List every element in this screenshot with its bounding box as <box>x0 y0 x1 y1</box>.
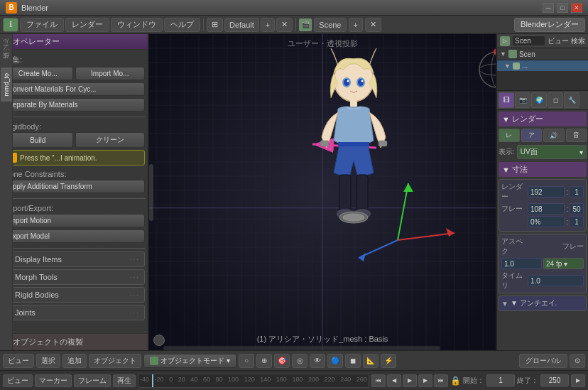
bottom-icon-5[interactable]: 👁 <box>310 354 325 368</box>
window-menu[interactable]: ウィンドウ <box>111 18 163 32</box>
minimize-button[interactable]: ─ <box>543 3 554 13</box>
playhead[interactable] <box>152 374 153 387</box>
build-button[interactable]: Build <box>3 132 73 148</box>
import-mo-button[interactable]: Import Mo... <box>75 67 146 80</box>
anti-label: ▼ アンチエイ. <box>511 298 557 308</box>
info-menu[interactable]: ℹ <box>3 18 18 32</box>
timeline-marker-btn[interactable]: マーカー <box>35 374 72 387</box>
search-tab[interactable]: 検索 <box>571 36 585 46</box>
bottom-icon-9[interactable]: ⚡ <box>381 354 396 368</box>
workspace-add[interactable]: + <box>261 18 275 32</box>
workspace-close[interactable]: ✕ <box>276 18 293 32</box>
jump-end-btn[interactable]: ⏭ <box>434 374 448 387</box>
render-icon-3[interactable]: 🔊 <box>543 129 565 142</box>
morph-tools-section[interactable]: ▶ Morph Tools ··· <box>3 269 145 285</box>
timeline-frame-btn[interactable]: フレーム <box>74 374 111 387</box>
maximize-button[interactable]: □ <box>557 3 568 13</box>
render-icon-1[interactable]: レ <box>499 129 520 142</box>
menu-separator-2 <box>295 18 296 31</box>
next-frame-btn[interactable]: ▶ <box>418 374 432 387</box>
clean-button[interactable]: クリーン <box>75 132 146 148</box>
workspace-name[interactable]: Default <box>224 18 259 32</box>
fps-field-1[interactable]: 1 <box>570 186 584 197</box>
start-frame-field[interactable]: 1 <box>486 374 515 386</box>
bottom-add-btn[interactable]: 追加 <box>62 354 87 368</box>
render-menu[interactable]: レンダー <box>65 18 109 32</box>
world-prop-icon[interactable]: 🌍 <box>531 92 547 108</box>
timeline-play-btn[interactable]: 再生 <box>113 374 136 387</box>
workspace-grid-icon[interactable]: ⊞ <box>207 18 223 32</box>
rigid-bodies-section[interactable]: ▶ Rigid Bodies ··· <box>3 287 145 303</box>
ruler-num-1: -40 <box>140 376 149 383</box>
view-nav-circle[interactable] <box>153 335 165 346</box>
ruler-num-12: 180 <box>292 376 303 383</box>
viewport-status: (1) アリシア・ソリッド_mesh : Basis <box>257 334 388 345</box>
render-prop-icon[interactable]: 🎞 <box>499 92 514 108</box>
bottom-icon-7[interactable]: ◼ <box>345 354 361 368</box>
create-mo-button[interactable]: Create Mo... <box>3 67 73 80</box>
view-tab[interactable]: ビュー <box>548 36 569 46</box>
file-menu[interactable]: ファイル <box>20 18 64 32</box>
bottom-icon-1[interactable]: ○ <box>239 354 254 368</box>
scene-close[interactable]: ✕ <box>365 18 381 32</box>
fps-dropdown-value: 24 fp ▾ <box>546 260 567 268</box>
render-engine-btn[interactable]: Blenderレンダー <box>514 18 585 32</box>
bottom-object-btn[interactable]: オブジェクト <box>89 354 141 368</box>
end-frame-field[interactable]: 250 <box>540 374 569 386</box>
viewport-vscroll[interactable] <box>149 164 153 221</box>
viewport-hscroll[interactable] <box>163 346 440 350</box>
scene-name[interactable]: Scene <box>314 18 346 32</box>
bottom-toolbar: ビュー 選択 追加 オブジェクト オブジェクトモード ▾ ○ ⊕ 🎯 ◎ 👁 🔵… <box>0 350 588 370</box>
fps-dropdown[interactable]: 24 fp ▾ <box>543 258 584 269</box>
global-btn[interactable]: グローバル <box>519 354 567 368</box>
help-menu[interactable]: ヘルプ <box>164 18 200 32</box>
joints-section[interactable]: ▶ Joints ··· <box>3 305 145 320</box>
fps-value-2[interactable]: 1.0 <box>528 275 584 286</box>
bottom-icon-3[interactable]: 🎯 <box>274 354 290 368</box>
sidebar-tab-tools[interactable]: ツール <box>0 37 13 60</box>
separate-by-materials-button[interactable]: Separate By Materials <box>3 98 145 112</box>
bottom-icon-4[interactable]: ◎ <box>292 354 307 368</box>
width-field[interactable]: 192 <box>528 186 565 197</box>
fps-field-2[interactable]: 50 <box>570 203 584 215</box>
export-model-button[interactable]: Export Model <box>3 229 145 243</box>
close-button[interactable]: ✕ <box>571 3 582 13</box>
pct-field[interactable]: 0% <box>528 216 565 227</box>
import-motion-button[interactable]: Import Motion <box>3 214 145 227</box>
bottom-icon-6[interactable]: 🔵 <box>327 354 343 368</box>
panel-content: 編集: Create Mo... Import Mo... Convert Ma… <box>0 50 148 333</box>
timeline-lock-icon[interactable]: 🔒 <box>450 376 461 386</box>
prev-frame-btn[interactable]: ◀ <box>387 374 401 387</box>
display-items-section[interactable]: ▶ Display Items ··· <box>3 251 145 267</box>
height-field[interactable]: 108 <box>528 203 565 215</box>
right-panel-scene-icon: ▷ <box>500 36 510 46</box>
viewport[interactable]: ユーザー・透視投影 <box>149 34 496 350</box>
render-icon-4[interactable]: 音 <box>566 129 587 142</box>
camera-prop-icon[interactable]: 📷 <box>515 92 530 108</box>
object-prop-icon[interactable]: ◻ <box>548 92 563 108</box>
jump-start-btn[interactable]: ⏮ <box>371 374 386 387</box>
fps-value-1[interactable]: 1.0 <box>501 258 542 269</box>
right-panel-scene-field[interactable]: Scen <box>512 36 545 46</box>
fps-field-3[interactable]: 1 <box>570 216 584 227</box>
play-btn-main[interactable]: ▶ <box>403 374 417 387</box>
uv-display-dropdown[interactable]: UV面 ▾ <box>517 145 587 159</box>
convert-materials-button[interactable]: Convert Materials For Cyc... <box>3 82 145 96</box>
bottom-icon-2[interactable]: ⊕ <box>256 354 272 368</box>
bottom-view-btn[interactable]: ビュー <box>3 354 34 368</box>
bottom-select-btn[interactable]: 選択 <box>36 354 60 368</box>
timeline-right-nav[interactable]: ▶ <box>571 374 585 387</box>
bottom-icon-8[interactable]: 📐 <box>363 354 379 368</box>
divider-2 <box>3 198 145 199</box>
apply-additional-transform-button[interactable]: Apply Additional Transform <box>3 180 145 193</box>
timeline-view-btn[interactable]: ビュー <box>3 374 33 387</box>
mode-selector[interactable]: オブジェクトモード ▾ <box>143 354 236 368</box>
render-icon-2[interactable]: ア <box>521 129 543 142</box>
sidebar-tab-mmd[interactable]: mmd_to <box>1 68 12 102</box>
colon-2: : <box>566 205 568 213</box>
pivot-icon[interactable]: ⊙ <box>570 354 585 368</box>
modifier-prop-icon[interactable]: 🔧 <box>564 92 579 108</box>
sidebar-tab-create[interactable]: 作成 <box>0 60 13 68</box>
timeline-ruler[interactable]: -40 -20 0 20 40 60 80 100 120 140 160 18… <box>138 374 369 388</box>
scene-add[interactable]: + <box>349 18 363 32</box>
